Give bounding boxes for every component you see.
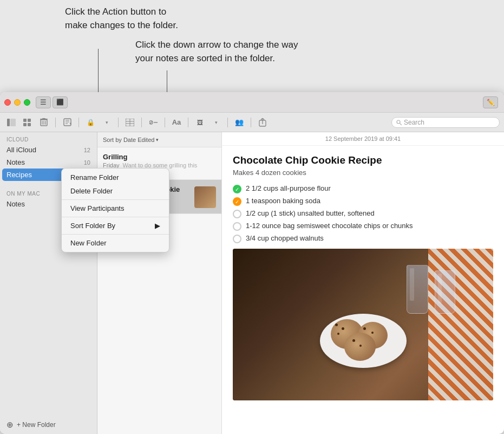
context-menu-separator-3 (62, 234, 169, 235)
svg-line-25 (400, 124, 402, 125)
context-menu-separator-2 (62, 217, 169, 217)
new-folder-button[interactable]: ⊕ + New Folder (0, 416, 97, 434)
svg-rect-5 (28, 123, 31, 126)
gallery-view-icon[interactable] (21, 116, 35, 128)
new-folder-label: + New Folder (17, 421, 56, 429)
context-menu-new-folder[interactable]: New Folder (62, 236, 169, 250)
context-menu-rename[interactable]: Rename Folder (62, 171, 169, 184)
delete-icon[interactable] (37, 116, 51, 128)
check-icon-3 (233, 210, 241, 218)
cookie-photo-bg (233, 249, 493, 400)
cookie-thumbnail (194, 186, 216, 208)
search-box[interactable]: Search (391, 117, 500, 128)
toolbar-separator-8 (251, 118, 251, 127)
table-icon[interactable] (123, 116, 137, 128)
search-placeholder: Search (404, 119, 424, 126)
checklist-item-3: 1/2 cup (1 stick) unsalted butter, softe… (233, 209, 493, 218)
toolbar-separator-1 (55, 118, 56, 127)
annotation-line2: Click the down arrow to change the way y… (135, 38, 444, 65)
svg-point-24 (397, 120, 400, 124)
notes-mac-label: Notes (6, 200, 25, 208)
collaborate-icon[interactable]: 👥 (232, 116, 246, 128)
cookie-3 (344, 333, 376, 361)
recipes-label: Recipes (6, 171, 32, 179)
notes-icloud-label: Notes (6, 158, 25, 166)
checklist-text-4: 1-12 ounce bag semisweet chocolate chips… (246, 222, 413, 230)
checklist-text-5: 3/4 cup chopped walnuts (246, 234, 324, 242)
all-icloud-count: 12 (84, 147, 90, 153)
split-view-button[interactable]: ⬛ (53, 96, 68, 108)
all-icloud-label: All iCloud (6, 146, 36, 154)
font-icon[interactable]: Aa (169, 116, 184, 128)
share-icon[interactable] (256, 116, 270, 128)
cookie-plate (320, 314, 407, 368)
toolbar-separator-2 (78, 118, 79, 127)
toolbar-separator-7 (227, 118, 228, 127)
checklist-item-4: 1-12 ounce bag semisweet chocolate chips… (233, 222, 493, 231)
note-date-header: 12 September 2019 at 09:41 (222, 132, 504, 146)
sidebar-item-all-icloud[interactable]: All iCloud 12 (0, 144, 97, 156)
annotation-line1: Click the Action button to make changes … (65, 5, 444, 32)
annotation-area: Click the Action button to make changes … (65, 5, 444, 66)
note-detail-body[interactable]: Chocolate Chip Cookie Recipe Makes 4 doz… (222, 146, 504, 434)
toolbar-separator-3 (118, 118, 119, 127)
sidebar-item-notes-icloud[interactable]: Notes 10 (0, 156, 97, 169)
app-window: ☰ ⬛ ✏️ 🔒 ▾ Aa 🖼 ▾ (0, 92, 504, 434)
media-icon[interactable]: 🖼 (193, 116, 207, 128)
checklist-icon[interactable] (146, 116, 160, 128)
checklist-text-3: 1/2 cup (1 stick) unsalted butter, softe… (246, 209, 375, 217)
toolbar-separator-6 (188, 118, 188, 127)
milk-glass-1 (407, 265, 428, 314)
svg-rect-0 (7, 119, 10, 126)
sort-folder-label: Sort Folder By (70, 222, 115, 230)
checklist: ✓ 2 1/2 cups all-purpose flour ✓ 1 teasp… (233, 184, 493, 243)
media-arrow-icon[interactable]: ▾ (209, 116, 223, 128)
cookie-image (233, 249, 493, 400)
context-menu-participants[interactable]: View Participants (62, 202, 169, 215)
milk-glass-2 (435, 270, 455, 314)
notes-icloud-count: 10 (84, 159, 90, 166)
toolbar-separator-4 (141, 118, 142, 127)
submenu-arrow-icon: ▶ (155, 222, 160, 230)
title-bar: ☰ ⬛ ✏️ (0, 92, 504, 113)
traffic-lights (4, 99, 30, 106)
checklist-text-2: 1 teaspoon baking soda (246, 197, 320, 205)
sidebar-toggle-button[interactable]: ☰ (36, 96, 51, 108)
checklist-item-1: ✓ 2 1/2 cups all-purpose flour (233, 184, 493, 193)
svg-rect-2 (23, 119, 27, 122)
plus-icon: ⊕ (6, 420, 14, 430)
svg-rect-1 (10, 119, 16, 126)
context-menu-sort[interactable]: Sort Folder By ▶ (62, 219, 169, 232)
new-note-button[interactable]: ✏️ (483, 96, 498, 108)
checklist-item-2: ✓ 1 teaspoon baking soda (233, 197, 493, 206)
context-menu: Rename Folder Delete Folder View Partici… (61, 168, 169, 252)
check-icon-4 (233, 222, 241, 231)
svg-rect-4 (23, 123, 27, 126)
callout-line-left (98, 49, 99, 92)
svg-rect-3 (28, 119, 31, 122)
check-icon-5 (233, 235, 241, 243)
toolbar: 🔒 ▾ Aa 🖼 ▾ 👥 Search (0, 113, 504, 132)
sort-arrow-icon: ▾ (156, 137, 159, 142)
check-icon-2: ✓ (233, 197, 241, 206)
checklist-text-1: 2 1/2 cups all-purpose flour (246, 184, 331, 192)
toolbar-separator-5 (165, 118, 165, 127)
note-title-heading: Chocolate Chip Cookie Recipe (233, 154, 493, 166)
icloud-section-label: iCloud (0, 132, 97, 144)
checklist-item-5: 3/4 cup chopped walnuts (233, 234, 493, 243)
maximize-button[interactable] (24, 99, 30, 106)
note-detail: 12 September 2019 at 09:41 Chocolate Chi… (222, 132, 504, 434)
check-icon-1: ✓ (233, 185, 241, 193)
close-button[interactable] (4, 99, 11, 106)
sort-bar[interactable]: Sort by Date Edited ▾ (97, 132, 221, 147)
minimize-button[interactable] (14, 99, 21, 106)
compose-icon[interactable] (60, 116, 74, 128)
note-subtitle: Makes 4 dozen cookies (233, 169, 493, 177)
context-menu-delete[interactable]: Delete Folder (62, 184, 169, 198)
lock-arrow-icon[interactable]: ▾ (100, 116, 114, 128)
context-menu-separator-1 (62, 199, 169, 200)
lock-icon[interactable]: 🔒 (83, 116, 97, 128)
grilling-title: Grilling (103, 153, 216, 161)
sort-label: Sort by Date Edited (103, 137, 154, 143)
toggle-sidebar-icon[interactable] (4, 116, 18, 128)
